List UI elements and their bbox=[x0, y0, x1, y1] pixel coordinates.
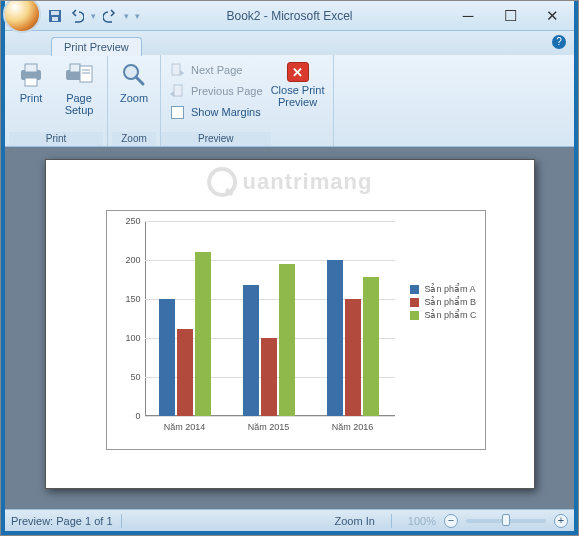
legend-label: Sản phẩm C bbox=[424, 310, 476, 320]
page-setup-label: Page Setup bbox=[57, 92, 101, 116]
legend-swatch bbox=[410, 285, 419, 294]
maximize-button[interactable]: ☐ bbox=[498, 7, 522, 25]
checkbox-icon bbox=[169, 104, 185, 120]
close-button[interactable]: ✕ bbox=[540, 7, 564, 25]
preview-workarea: uantrimang 050100150200250Năm 2014Năm 20… bbox=[5, 147, 574, 509]
bar bbox=[279, 264, 295, 416]
zoom-percent: 100% bbox=[408, 515, 436, 527]
redo-icon[interactable] bbox=[102, 8, 118, 24]
zoom-in-button[interactable]: + bbox=[554, 514, 568, 528]
qat-sep: ▾ bbox=[91, 11, 96, 21]
bar-cluster bbox=[159, 252, 211, 416]
ribbon-tabstrip: Print Preview ? bbox=[5, 31, 574, 55]
show-margins-checkbox[interactable]: Show Margins bbox=[165, 102, 267, 122]
gridline bbox=[145, 416, 395, 417]
legend-swatch bbox=[410, 311, 419, 320]
save-icon[interactable] bbox=[47, 8, 63, 24]
help-icon[interactable]: ? bbox=[552, 35, 566, 49]
previous-page-label: Previous Page bbox=[191, 85, 263, 97]
x-tick-label: Năm 2015 bbox=[248, 422, 290, 432]
bar bbox=[177, 329, 193, 416]
y-tick-label: 200 bbox=[113, 255, 141, 265]
preview-page[interactable]: 050100150200250Năm 2014Năm 2015Năm 2016 … bbox=[45, 159, 535, 489]
qat-sep: ▾ bbox=[124, 11, 129, 21]
qat-customize[interactable]: ▾ bbox=[135, 11, 140, 21]
svg-line-12 bbox=[136, 77, 143, 84]
printer-icon bbox=[16, 60, 46, 90]
legend-item: Sản phẩm A bbox=[410, 284, 476, 294]
zoom-in-label[interactable]: Zoom In bbox=[335, 515, 375, 527]
group-print: Print Page Setup Print bbox=[5, 55, 108, 146]
y-tick-label: 150 bbox=[113, 294, 141, 304]
page-setup-icon bbox=[64, 60, 94, 90]
previous-page-button: Previous Page bbox=[165, 81, 267, 101]
next-page-icon bbox=[169, 62, 185, 78]
zoom-button[interactable]: Zoom bbox=[112, 58, 156, 106]
close-preview-button[interactable]: ✕ Close Print Preview bbox=[267, 58, 329, 146]
svg-rect-13 bbox=[172, 64, 180, 75]
office-button[interactable] bbox=[3, 0, 41, 33]
print-button[interactable]: Print bbox=[9, 58, 53, 106]
page-setup-button[interactable]: Page Setup bbox=[55, 58, 103, 118]
quick-access-toolbar: ▾ ▾ ▾ bbox=[43, 8, 144, 24]
zoom-slider-thumb[interactable] bbox=[502, 514, 510, 526]
zoom-out-button[interactable]: − bbox=[444, 514, 458, 528]
legend-label: Sản phẩm A bbox=[424, 284, 475, 294]
y-axis bbox=[145, 221, 146, 416]
next-page-label: Next Page bbox=[191, 64, 242, 76]
svg-rect-1 bbox=[51, 11, 59, 15]
group-label-zoom: Zoom bbox=[112, 132, 156, 146]
print-label: Print bbox=[20, 92, 43, 104]
x-tick-label: Năm 2016 bbox=[332, 422, 374, 432]
gridline bbox=[145, 221, 395, 222]
bar-cluster bbox=[243, 264, 295, 416]
bar bbox=[261, 338, 277, 416]
status-separator bbox=[121, 514, 122, 528]
y-tick-label: 0 bbox=[113, 411, 141, 421]
status-bar: Preview: Page 1 of 1 Zoom In 100% − + bbox=[5, 509, 574, 531]
close-icon: ✕ bbox=[287, 62, 309, 82]
svg-rect-14 bbox=[174, 85, 182, 96]
chart: 050100150200250Năm 2014Năm 2015Năm 2016 … bbox=[106, 210, 486, 450]
bar bbox=[363, 277, 379, 416]
next-page-button: Next Page bbox=[165, 60, 267, 80]
chart-legend: Sản phẩm ASản phẩm BSản phẩm C bbox=[410, 281, 476, 323]
bar bbox=[345, 299, 361, 416]
bar bbox=[243, 285, 259, 416]
show-margins-label: Show Margins bbox=[191, 106, 261, 118]
bar bbox=[195, 252, 211, 416]
svg-rect-5 bbox=[25, 78, 37, 86]
legend-swatch bbox=[410, 298, 419, 307]
minimize-button[interactable]: ─ bbox=[456, 7, 480, 25]
magnifier-icon bbox=[119, 60, 149, 90]
status-page-info: Preview: Page 1 of 1 bbox=[11, 515, 113, 527]
tab-print-preview[interactable]: Print Preview bbox=[51, 37, 142, 56]
previous-page-icon bbox=[169, 83, 185, 99]
legend-item: Sản phẩm C bbox=[410, 310, 476, 320]
x-tick-label: Năm 2014 bbox=[164, 422, 206, 432]
bar bbox=[159, 299, 175, 416]
legend-label: Sản phẩm B bbox=[424, 297, 476, 307]
bar bbox=[327, 260, 343, 416]
bar-cluster bbox=[327, 260, 379, 416]
group-label-print: Print bbox=[9, 132, 103, 146]
svg-rect-4 bbox=[25, 64, 37, 72]
title-bar: ▾ ▾ ▾ Book2 - Microsoft Excel ─ ☐ ✕ bbox=[5, 1, 574, 31]
chart-plot-area: 050100150200250Năm 2014Năm 2015Năm 2016 bbox=[145, 221, 395, 416]
y-tick-label: 250 bbox=[113, 216, 141, 226]
svg-rect-2 bbox=[52, 17, 58, 21]
svg-rect-15 bbox=[171, 106, 183, 118]
group-zoom: Zoom Zoom bbox=[108, 55, 161, 146]
group-label-preview: Preview bbox=[161, 132, 271, 146]
legend-item: Sản phẩm B bbox=[410, 297, 476, 307]
zoom-label: Zoom bbox=[120, 92, 148, 104]
status-separator bbox=[391, 514, 392, 528]
ribbon: Print Page Setup Print Zoom bbox=[5, 55, 574, 147]
close-preview-label: Close Print Preview bbox=[269, 84, 327, 108]
zoom-slider[interactable] bbox=[466, 519, 546, 523]
svg-rect-8 bbox=[80, 66, 92, 82]
y-tick-label: 50 bbox=[113, 372, 141, 382]
y-tick-label: 100 bbox=[113, 333, 141, 343]
svg-rect-7 bbox=[70, 64, 80, 72]
undo-icon[interactable] bbox=[69, 8, 85, 24]
